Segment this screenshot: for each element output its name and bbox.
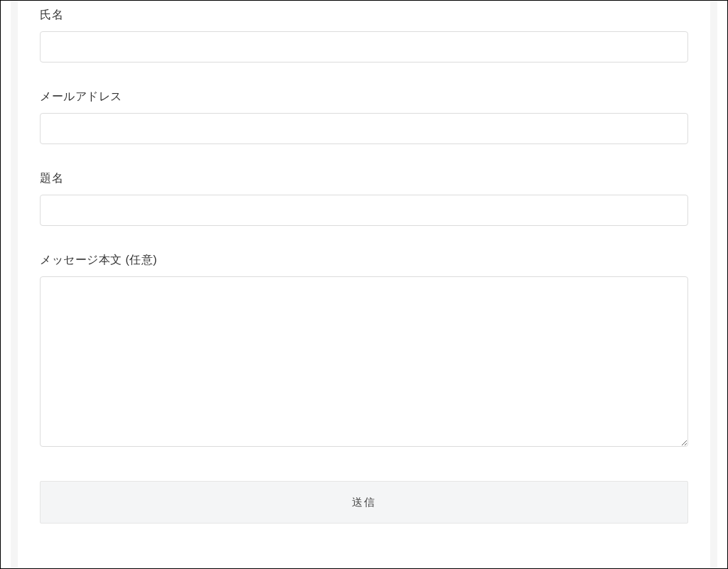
form-frame: 氏名 メールアドレス 題名 メッセージ本文 (任意) 送信 [0,0,728,569]
message-textarea[interactable] [40,276,688,447]
message-field-group: メッセージ本文 (任意) [40,253,688,450]
name-field-group: 氏名 [40,8,688,63]
email-input[interactable] [40,113,688,144]
left-gutter [11,1,18,568]
message-label: メッセージ本文 (任意) [40,253,688,268]
right-gutter [710,1,717,568]
email-label: メールアドレス [40,90,688,104]
subject-label: 題名 [40,171,688,186]
submit-button[interactable]: 送信 [40,481,688,524]
name-input[interactable] [40,31,688,63]
contact-form: 氏名 メールアドレス 題名 メッセージ本文 (任意) 送信 [40,8,688,561]
subject-input[interactable] [40,195,688,226]
subject-field-group: 題名 [40,171,688,226]
submit-row: 送信 [40,481,688,524]
name-label: 氏名 [40,8,688,23]
email-field-group: メールアドレス [40,90,688,144]
